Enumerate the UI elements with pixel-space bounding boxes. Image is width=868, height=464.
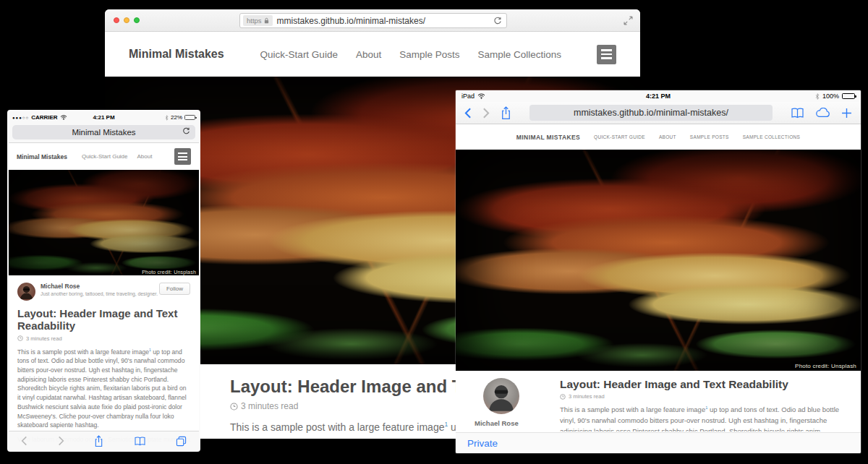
forward-icon[interactable] xyxy=(58,436,64,446)
article-ipad: Michael Rose Just another boring, tattoo… xyxy=(456,371,861,431)
nav-item-quick-start[interactable]: Quick-Start Guide xyxy=(594,134,645,139)
nav-item-quick-start[interactable]: Quick-Start Guide xyxy=(260,49,338,60)
ipad-safari-window: iPad 4:21 PM 100% xyxy=(456,90,861,453)
browser-chrome-bar: https mmistakes.github.io/minimal-mistak… xyxy=(105,9,640,32)
nav-item-quick-start[interactable]: Quick-Start Guide xyxy=(82,153,128,160)
author-avatar xyxy=(483,378,519,414)
lock-icon xyxy=(264,17,269,24)
share-icon[interactable] xyxy=(94,435,103,447)
author-name: Michael Rose xyxy=(475,419,560,427)
bluetooth-icon xyxy=(815,93,820,100)
author-row: Michael Rose Just another boring, tattoo… xyxy=(17,283,190,301)
ipad-address-bar[interactable]: mmistakes.github.io/minimal-mistakes/ xyxy=(529,105,773,121)
site-title[interactable]: Minimal Mistakes xyxy=(129,48,224,61)
nav-item-sample-posts[interactable]: Sample Posts xyxy=(399,49,459,60)
new-tab-icon[interactable] xyxy=(841,108,852,119)
url-text: mmistakes.github.io/minimal-mistakes/ xyxy=(277,16,425,26)
battery-icon xyxy=(184,115,195,120)
ipad-battery-percent: 100% xyxy=(822,93,839,100)
bookmarks-icon[interactable] xyxy=(791,108,804,119)
nav-item-about[interactable]: About xyxy=(659,134,676,139)
minimize-window-button[interactable] xyxy=(124,17,129,23)
clock-icon xyxy=(230,403,238,411)
site-title[interactable]: Minimal Mistakes xyxy=(17,153,67,160)
back-icon[interactable] xyxy=(464,108,472,119)
post-title: Layout: Header Image and Text Readabilit… xyxy=(560,378,841,391)
post-meta: 3 minutes read xyxy=(560,393,841,400)
nav-item-about[interactable]: About xyxy=(137,153,153,160)
menu-toggle-button[interactable] xyxy=(174,148,191,165)
reload-icon[interactable] xyxy=(493,17,502,25)
iphone-site-navigation: Minimal Mistakes Quick-Start Guide About xyxy=(9,143,199,170)
url-field-text: Minimal Mistakes xyxy=(72,128,135,137)
nav-item-about[interactable]: About xyxy=(356,49,381,60)
iphone-url-row: Minimal Mistakes xyxy=(9,124,199,143)
ipad-site-navigation: Minimal Mistakes Quick-Start Guide About… xyxy=(456,124,861,150)
bluetooth-icon xyxy=(165,115,169,121)
author-name: Michael Rose xyxy=(41,283,158,290)
private-browsing-button[interactable]: Private xyxy=(467,438,498,449)
article-iphone: Michael Rose Just another boring, tattoo… xyxy=(9,275,199,443)
bookmarks-icon[interactable] xyxy=(134,437,146,446)
iphone-status-bar: ●●●○○ CARRIER 4:21 PM 22% xyxy=(9,111,199,124)
nav-item-sample-posts[interactable]: Sample Posts xyxy=(690,134,729,139)
close-window-button[interactable] xyxy=(114,17,119,23)
ipad-safari-toolbar: mmistakes.github.io/minimal-mistakes/ xyxy=(456,102,861,124)
icloud-tabs-icon[interactable] xyxy=(815,108,830,118)
back-icon[interactable] xyxy=(21,436,27,446)
paragraph-text: This is a sample post with a large featu… xyxy=(560,405,705,413)
fullscreen-resize-icon[interactable] xyxy=(624,16,633,25)
read-time-label: 3 minutes read xyxy=(569,393,605,400)
ipad-status-bar: iPad 4:21 PM 100% xyxy=(456,90,861,102)
iphone-battery-percent: 22% xyxy=(171,114,182,121)
author-avatar xyxy=(17,283,35,301)
https-badge: https xyxy=(243,15,273,26)
read-time-label: 3 minutes read xyxy=(26,335,62,342)
forward-icon[interactable] xyxy=(482,108,490,119)
composite-background: https mmistakes.github.io/minimal-mistak… xyxy=(0,0,868,464)
photo-credit-label: Photo credit: Unsplash xyxy=(139,269,199,275)
iphone-safari-window: ●●●○○ CARRIER 4:21 PM 22% Minimal Mistak… xyxy=(7,110,200,452)
tabs-icon[interactable] xyxy=(176,436,187,447)
site-title[interactable]: Minimal Mistakes xyxy=(516,134,580,141)
clock-icon xyxy=(17,335,23,341)
header-image-leaves: Photo credit: Unsplash xyxy=(456,150,861,371)
ipad-clock: 4:21 PM xyxy=(456,93,861,100)
share-icon[interactable] xyxy=(501,106,511,120)
iphone-address-bar[interactable]: Minimal Mistakes xyxy=(12,125,195,139)
iphone-safari-toolbar xyxy=(9,431,199,450)
header-image-leaves: Photo credit: Unsplash xyxy=(9,170,199,275)
private-browsing-bar: Private xyxy=(456,432,861,453)
post-paragraph: This is a sample post with a large featu… xyxy=(560,405,841,431)
address-bar[interactable]: https mmistakes.github.io/minimal-mistak… xyxy=(239,13,507,28)
nav-item-sample-collections[interactable]: Sample Collections xyxy=(743,134,800,139)
author-sidebar: Michael Rose Just another boring, tattoo… xyxy=(475,378,560,431)
follow-button[interactable]: Follow xyxy=(159,283,190,295)
battery-icon xyxy=(842,93,855,99)
paragraph-text: This is a sample post with a large featu… xyxy=(17,348,149,356)
reload-icon[interactable] xyxy=(182,127,190,135)
photo-credit-label: Photo credit: Unsplash xyxy=(791,361,861,371)
menu-toggle-button[interactable] xyxy=(597,45,616,64)
nav-item-sample-collections[interactable]: Sample Collections xyxy=(477,49,561,60)
author-bio: Just another boring, tattooed, time trav… xyxy=(41,291,158,296)
post-meta: 3 minutes read xyxy=(17,335,190,342)
zoom-window-button[interactable] xyxy=(134,17,140,23)
window-controls xyxy=(114,17,140,23)
paragraph-text: up top and tons of text. Odio ad blue bo… xyxy=(17,348,187,429)
site-navigation: Minimal Mistakes Quick-Start Guide About… xyxy=(105,32,640,77)
author-bio: Just another boring, tattooed, xyxy=(475,431,560,431)
clock-icon xyxy=(560,394,566,400)
post-paragraph: This is a sample post with a large featu… xyxy=(17,348,190,430)
https-label: https xyxy=(247,17,262,25)
read-time-label: 3 minutes read xyxy=(241,401,298,411)
nav-links: Quick-Start Guide About Sample Posts Sam… xyxy=(260,49,561,60)
paragraph-text: This is a sample post with a large featu… xyxy=(230,421,444,433)
post-title: Layout: Header Image and Text Readabilit… xyxy=(17,307,190,332)
